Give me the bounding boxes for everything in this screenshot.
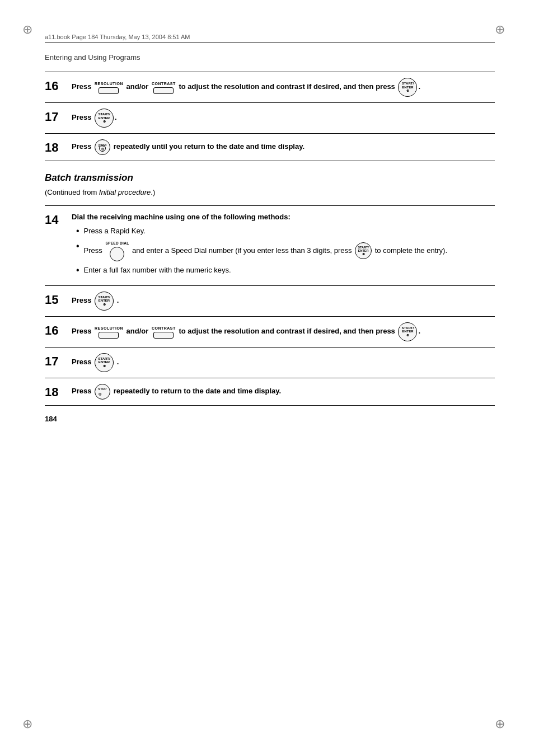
step-content-15: Press START/ENTER⊕ . bbox=[72, 292, 495, 311]
continued-text: (Continued from Initial procedure.) bbox=[45, 188, 495, 196]
reg-mark-br bbox=[495, 717, 512, 734]
resolution-button[interactable]: RESOLUTION bbox=[95, 81, 123, 94]
batch-transmission-section: Batch transmission (Continued from Initi… bbox=[45, 172, 495, 406]
step-number-14: 14 bbox=[45, 212, 66, 227]
step-content-18-top: Press STOP◎ repeatedly until you return … bbox=[72, 139, 495, 155]
top-steps: 16 Press RESOLUTION and/or CONTRAST to a… bbox=[45, 72, 495, 161]
step-content-18-batch: Press STOP◎ repeatedly to return to the … bbox=[72, 384, 495, 400]
step-number-18-batch: 18 bbox=[45, 384, 66, 400]
dial-method-list: Press a Rapid Key. Press SPEED DIAL and … bbox=[72, 226, 495, 276]
section-heading: Entering and Using Programs bbox=[45, 53, 495, 62]
resolution-button-16b[interactable]: RESOLUTION bbox=[95, 325, 123, 339]
start-enter-button-17[interactable]: START/ENTER⊕ bbox=[95, 109, 114, 128]
list-item-speed-dial: Press SPEED DIAL and enter a Speed Dial … bbox=[76, 241, 495, 261]
step-14: 14 Dial the receiving machine using one … bbox=[45, 205, 495, 285]
list-item-fax-number: Enter a full fax number with the numeric… bbox=[76, 265, 495, 276]
step-15: 15 Press START/ENTER⊕ . bbox=[45, 285, 495, 316]
step-16-top: 16 Press RESOLUTION and/or CONTRAST to a… bbox=[45, 72, 495, 102]
step-content-17-top: Press START/ENTER⊕. bbox=[72, 109, 495, 128]
step-number-16-batch: 16 bbox=[45, 322, 66, 338]
file-info: a11.book Page 184 Thursday, May 13, 2004… bbox=[45, 34, 495, 43]
step-16-batch: 16 Press RESOLUTION and/or CONTRAST to a… bbox=[45, 316, 495, 347]
reg-mark-tr bbox=[495, 22, 512, 39]
batch-heading: Batch transmission bbox=[45, 172, 495, 184]
page-container: a11.book Page 184 Thursday, May 13, 2004… bbox=[0, 0, 534, 756]
page-number: 184 bbox=[45, 415, 495, 423]
step-content-16-top: Press RESOLUTION and/or CONTRAST to adju… bbox=[72, 78, 495, 97]
reg-mark-tl bbox=[22, 22, 39, 39]
step-17-batch: 17 Press START/ENTER⊕ . bbox=[45, 347, 495, 378]
step-content-14: Dial the receiving machine using one of … bbox=[72, 212, 495, 280]
start-enter-button-16b[interactable]: START/ENTER⊕ bbox=[398, 322, 417, 341]
step-number-15: 15 bbox=[45, 292, 66, 307]
start-enter-button-17b[interactable]: START/ENTER⊕ bbox=[95, 353, 114, 372]
step-number-17-batch: 17 bbox=[45, 353, 66, 369]
start-enter-button-15[interactable]: START/ENTER⊕ bbox=[95, 292, 114, 311]
step-18-batch: 18 Press STOP◎ repeatedly to return to t… bbox=[45, 378, 495, 406]
stop-button-18-top[interactable]: STOP◎ bbox=[95, 139, 110, 155]
start-enter-button[interactable]: START/ENTER⊕ bbox=[398, 78, 417, 97]
step-content-17-batch: Press START/ENTER⊕ . bbox=[72, 353, 495, 372]
contrast-button[interactable]: CONTRAST bbox=[152, 81, 176, 94]
step-17-top: 17 Press START/ENTER⊕. bbox=[45, 102, 495, 133]
speed-dial-button[interactable]: SPEED DIAL bbox=[105, 241, 129, 261]
stop-button-18b[interactable]: STOP◎ bbox=[95, 384, 110, 400]
reg-mark-bl bbox=[22, 717, 39, 734]
step-content-16-batch: Press RESOLUTION and/or CONTRAST to adju… bbox=[72, 322, 495, 341]
step-number-16-top: 16 bbox=[45, 78, 66, 93]
contrast-button-16b[interactable]: CONTRAST bbox=[152, 325, 176, 339]
step-number-18-top: 18 bbox=[45, 139, 66, 155]
list-item-rapid-key: Press a Rapid Key. bbox=[76, 226, 495, 237]
step-18-top: 18 Press STOP◎ repeatedly until you retu… bbox=[45, 133, 495, 161]
start-enter-small[interactable]: START/ENTER⊕ bbox=[355, 242, 372, 259]
step-number-17-top: 17 bbox=[45, 109, 66, 124]
